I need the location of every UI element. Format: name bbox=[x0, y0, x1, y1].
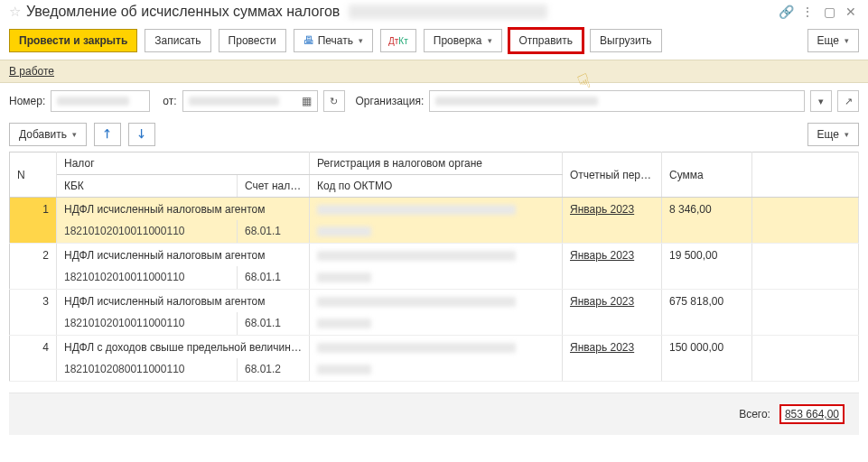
chevron-down-icon: ▾ bbox=[72, 130, 77, 139]
header-row-1: N Налог Регистрация в налоговом органе О… bbox=[10, 152, 859, 175]
cell-sum: 19 500,00 bbox=[662, 244, 752, 267]
link-icon[interactable]: 🔗 bbox=[778, 5, 794, 19]
table-toolbar: Добавить ▾ 🡑 🡓 Еще ▾ bbox=[0, 119, 868, 152]
number-input[interactable] bbox=[51, 90, 150, 112]
post-button[interactable]: Провести bbox=[219, 29, 286, 52]
cell-n: 1 bbox=[10, 198, 57, 221]
chevron-down-icon: ▾ bbox=[488, 36, 492, 45]
from-label: от: bbox=[163, 95, 176, 107]
col-oktmo[interactable]: Код по ОКТМО bbox=[310, 175, 563, 198]
debit-credit-button[interactable]: ДтКт bbox=[380, 29, 416, 52]
col-period[interactable]: Отчетный период bbox=[563, 152, 662, 198]
status-strip: В работе bbox=[0, 60, 868, 83]
col-acct[interactable]: Счет налога bbox=[238, 175, 310, 198]
table-row-sub[interactable]: 1821010201001100011068.01.1 bbox=[10, 266, 859, 290]
cell-period: Январь 2023 bbox=[563, 244, 662, 267]
cell-sum: 150 000,00 bbox=[662, 336, 752, 359]
cell-sum: 8 346,00 bbox=[662, 198, 752, 221]
print-label: Печать bbox=[318, 34, 353, 47]
org-input[interactable] bbox=[429, 90, 805, 112]
col-reg[interactable]: Регистрация в налоговом органе bbox=[310, 152, 563, 175]
org-label: Организация: bbox=[356, 95, 425, 107]
chevron-down-icon: ▾ bbox=[359, 36, 363, 45]
add-label: Добавить bbox=[19, 128, 67, 141]
status-link[interactable]: В работе bbox=[9, 65, 54, 78]
col-sum[interactable]: Сумма bbox=[662, 152, 752, 198]
cell-acct: 68.01.1 bbox=[238, 220, 310, 244]
total-value: 853 664,00 bbox=[779, 404, 845, 424]
table-row[interactable]: 4НДФЛ с доходов свыше предельной величин… bbox=[10, 336, 859, 359]
cell-oktmo-blurred bbox=[310, 358, 563, 382]
period-link[interactable]: Январь 2023 bbox=[570, 203, 634, 216]
org-open-button[interactable]: ↗ bbox=[837, 90, 859, 112]
cell-period: Январь 2023 bbox=[563, 198, 662, 221]
col-n[interactable]: N bbox=[10, 152, 57, 198]
col-tail bbox=[752, 152, 859, 198]
total-label: Всего: bbox=[739, 408, 770, 420]
debit-credit-icon: ДтКт bbox=[388, 36, 408, 46]
check-button[interactable]: Проверка ▾ bbox=[424, 29, 502, 52]
chevron-down-icon: ▾ bbox=[845, 36, 849, 45]
cell-n: 4 bbox=[10, 336, 57, 359]
more-button[interactable]: Еще ▾ bbox=[807, 29, 859, 52]
main-toolbar: Провести и закрыть Записать Провести 🖶 П… bbox=[0, 25, 868, 60]
cell-tax: НДФЛ с доходов свыше предельной величин… bbox=[57, 336, 310, 359]
print-button[interactable]: 🖶 Печать ▾ bbox=[294, 29, 373, 52]
cell-period: Январь 2023 bbox=[563, 290, 662, 313]
table-row-sub[interactable]: 1821010208001100011068.01.2 bbox=[10, 358, 859, 382]
cell-tax: НДФЛ исчисленный налоговым агентом bbox=[57, 290, 310, 313]
move-down-button[interactable]: 🡓 bbox=[128, 123, 155, 146]
cell-sum: 675 818,00 bbox=[662, 290, 752, 313]
cell-acct: 68.01.1 bbox=[238, 266, 310, 290]
period-link[interactable]: Январь 2023 bbox=[570, 341, 634, 354]
check-label: Проверка bbox=[434, 34, 482, 47]
col-tax[interactable]: Налог bbox=[57, 152, 310, 175]
send-button[interactable]: Отправить bbox=[509, 29, 583, 52]
cell-reg-blurred bbox=[310, 198, 563, 221]
favorite-star-icon[interactable]: ☆ bbox=[9, 4, 21, 20]
cell-tax: НДФЛ исчисленный налоговым агентом bbox=[57, 244, 310, 267]
cell-kbk: 18210102080011000110 bbox=[57, 358, 238, 382]
window-title: Уведомление об исчисленных суммах налого… bbox=[26, 4, 340, 20]
kebab-menu-icon[interactable]: ⋮ bbox=[799, 5, 816, 19]
close-icon[interactable]: ✕ bbox=[843, 5, 859, 19]
cell-oktmo-blurred bbox=[310, 266, 563, 290]
post-and-close-button[interactable]: Провести и закрыть bbox=[9, 29, 137, 52]
totals-footer: Всего: 853 664,00 bbox=[9, 393, 859, 435]
table-row[interactable]: 1НДФЛ исчисленный налоговым агентомЯнвар… bbox=[10, 198, 859, 221]
table-more-button[interactable]: Еще ▾ bbox=[807, 123, 859, 146]
more-label: Еще bbox=[817, 128, 839, 141]
calendar-icon[interactable]: ▦ bbox=[302, 95, 312, 107]
cell-n: 2 bbox=[10, 244, 57, 267]
table-row-sub[interactable]: 1821010201001100011068.01.1 bbox=[10, 312, 859, 336]
refresh-button[interactable]: ↻ bbox=[323, 90, 345, 112]
cell-kbk: 18210102010011000110 bbox=[57, 312, 238, 336]
cell-oktmo-blurred bbox=[310, 312, 563, 336]
rows-table: N Налог Регистрация в налоговом органе О… bbox=[9, 152, 859, 382]
add-row-button[interactable]: Добавить ▾ bbox=[9, 123, 87, 146]
col-kbk[interactable]: КБК bbox=[57, 175, 238, 198]
table-row-sub[interactable]: 1821010201001100011068.01.1 bbox=[10, 220, 859, 244]
date-input[interactable]: ▦ bbox=[182, 90, 318, 112]
cell-n: 3 bbox=[10, 290, 57, 313]
period-link[interactable]: Январь 2023 bbox=[570, 295, 634, 308]
move-up-button[interactable]: 🡑 bbox=[94, 123, 121, 146]
table-row[interactable]: 3НДФЛ исчисленный налоговым агентомЯнвар… bbox=[10, 290, 859, 313]
cell-tax: НДФЛ исчисленный налоговым агентом bbox=[57, 198, 310, 221]
write-button[interactable]: Записать bbox=[145, 29, 210, 52]
cell-reg-blurred bbox=[310, 336, 563, 359]
cell-kbk: 18210102010011000110 bbox=[57, 220, 238, 244]
more-label: Еще bbox=[817, 34, 839, 47]
cell-reg-blurred bbox=[310, 290, 563, 313]
title-suffix-blurred bbox=[349, 5, 547, 19]
table-row[interactable]: 2НДФЛ исчисленный налоговым агентомЯнвар… bbox=[10, 244, 859, 267]
printer-icon: 🖶 bbox=[303, 34, 314, 47]
number-label: Номер: bbox=[9, 95, 45, 107]
window-titlebar: ☆ Уведомление об исчисленных суммах нало… bbox=[0, 0, 868, 25]
cell-acct: 68.01.1 bbox=[238, 312, 310, 336]
export-button[interactable]: Выгрузить bbox=[590, 29, 662, 52]
period-link[interactable]: Январь 2023 bbox=[570, 249, 634, 262]
org-select-caret[interactable]: ▾ bbox=[810, 90, 832, 112]
cell-kbk: 18210102010011000110 bbox=[57, 266, 238, 290]
minimize-icon[interactable]: ▢ bbox=[821, 5, 837, 19]
